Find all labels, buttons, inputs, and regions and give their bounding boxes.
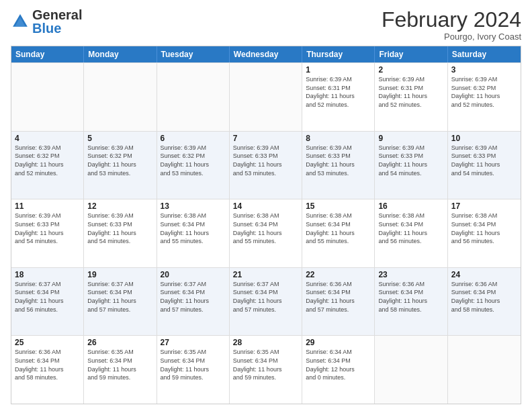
calendar-day-empty-0-1 bbox=[84, 63, 157, 131]
calendar-day-23: 23Sunrise: 6:36 AM Sunset: 6:34 PM Dayli… bbox=[375, 268, 447, 336]
day-info: Sunrise: 6:39 AM Sunset: 6:33 PM Dayligh… bbox=[233, 144, 298, 177]
day-info: Sunrise: 6:37 AM Sunset: 6:34 PM Dayligh… bbox=[233, 280, 298, 314]
day-info: Sunrise: 6:38 AM Sunset: 6:34 PM Dayligh… bbox=[306, 212, 371, 245]
day-info: Sunrise: 6:36 AM Sunset: 6:34 PM Dayligh… bbox=[378, 280, 443, 314]
day-info: Sunrise: 6:38 AM Sunset: 6:34 PM Dayligh… bbox=[378, 212, 443, 245]
day-number: 1 bbox=[306, 65, 371, 75]
day-info: Sunrise: 6:39 AM Sunset: 6:33 PM Dayligh… bbox=[306, 144, 371, 177]
calendar-subtitle: Pourgo, Ivory Coast bbox=[382, 32, 521, 42]
calendar-day-8: 8Sunrise: 6:39 AM Sunset: 6:33 PM Daylig… bbox=[302, 132, 375, 199]
calendar-day-4: 4Sunrise: 6:39 AM Sunset: 6:32 PM Daylig… bbox=[11, 132, 84, 199]
calendar-row-0: 1Sunrise: 6:39 AM Sunset: 6:31 PM Daylig… bbox=[11, 62, 521, 131]
day-info: Sunrise: 6:38 AM Sunset: 6:34 PM Dayligh… bbox=[451, 212, 517, 245]
day-info: Sunrise: 6:39 AM Sunset: 6:32 PM Dayligh… bbox=[161, 144, 226, 177]
day-number: 22 bbox=[306, 270, 371, 279]
day-number: 19 bbox=[87, 270, 152, 279]
day-number: 20 bbox=[161, 270, 226, 279]
day-number: 17 bbox=[451, 201, 517, 211]
calendar-day-24: 24Sunrise: 6:36 AM Sunset: 6:34 PM Dayli… bbox=[448, 268, 521, 336]
day-number: 11 bbox=[15, 201, 80, 211]
calendar-row-1: 4Sunrise: 6:39 AM Sunset: 6:32 PM Daylig… bbox=[11, 131, 521, 199]
day-number: 5 bbox=[87, 134, 152, 143]
day-info: Sunrise: 6:39 AM Sunset: 6:33 PM Dayligh… bbox=[15, 212, 80, 245]
day-info: Sunrise: 6:39 AM Sunset: 6:31 PM Dayligh… bbox=[306, 75, 371, 109]
day-number: 27 bbox=[161, 338, 226, 347]
calendar-day-25: 25Sunrise: 6:36 AM Sunset: 6:34 PM Dayli… bbox=[11, 336, 84, 404]
page-header: General Blue February 2024 Pourgo, Ivory… bbox=[11, 8, 521, 42]
day-number: 23 bbox=[378, 270, 443, 279]
calendar-row-3: 18Sunrise: 6:37 AM Sunset: 6:34 PM Dayli… bbox=[11, 267, 521, 336]
calendar-row-4: 25Sunrise: 6:36 AM Sunset: 6:34 PM Dayli… bbox=[11, 335, 521, 404]
calendar-day-13: 13Sunrise: 6:38 AM Sunset: 6:34 PM Dayli… bbox=[157, 199, 230, 267]
day-number: 10 bbox=[451, 134, 517, 143]
calendar-page: General Blue February 2024 Pourgo, Ivory… bbox=[0, 0, 532, 411]
calendar-day-empty-4-6 bbox=[448, 336, 521, 404]
calendar-day-16: 16Sunrise: 6:38 AM Sunset: 6:34 PM Dayli… bbox=[375, 199, 447, 267]
day-info: Sunrise: 6:34 AM Sunset: 6:34 PM Dayligh… bbox=[306, 348, 371, 381]
day-number: 21 bbox=[233, 270, 298, 279]
day-info: Sunrise: 6:38 AM Sunset: 6:34 PM Dayligh… bbox=[161, 212, 226, 245]
calendar-day-empty-4-5 bbox=[375, 336, 447, 404]
calendar-day-11: 11Sunrise: 6:39 AM Sunset: 6:33 PM Dayli… bbox=[11, 199, 84, 267]
day-number: 7 bbox=[233, 134, 298, 143]
calendar-day-26: 26Sunrise: 6:35 AM Sunset: 6:34 PM Dayli… bbox=[84, 336, 157, 404]
weekday-header-friday: Friday bbox=[375, 46, 447, 62]
calendar-day-18: 18Sunrise: 6:37 AM Sunset: 6:34 PM Dayli… bbox=[11, 268, 84, 336]
day-number: 15 bbox=[306, 201, 371, 211]
day-number: 3 bbox=[451, 65, 517, 75]
day-number: 4 bbox=[15, 134, 80, 143]
calendar-day-10: 10Sunrise: 6:39 AM Sunset: 6:33 PM Dayli… bbox=[448, 132, 521, 199]
day-info: Sunrise: 6:39 AM Sunset: 6:33 PM Dayligh… bbox=[451, 144, 517, 177]
calendar-day-6: 6Sunrise: 6:39 AM Sunset: 6:32 PM Daylig… bbox=[157, 132, 230, 199]
calendar-day-7: 7Sunrise: 6:39 AM Sunset: 6:33 PM Daylig… bbox=[230, 132, 302, 199]
weekday-header-sunday: Sunday bbox=[11, 46, 84, 62]
day-number: 12 bbox=[87, 201, 152, 211]
calendar-day-17: 17Sunrise: 6:38 AM Sunset: 6:34 PM Dayli… bbox=[448, 199, 521, 267]
calendar-day-12: 12Sunrise: 6:39 AM Sunset: 6:33 PM Dayli… bbox=[84, 199, 157, 267]
day-number: 2 bbox=[378, 65, 443, 75]
calendar-day-9: 9Sunrise: 6:39 AM Sunset: 6:33 PM Daylig… bbox=[375, 132, 447, 199]
day-number: 13 bbox=[161, 201, 226, 211]
weekday-header-monday: Monday bbox=[84, 46, 157, 62]
day-info: Sunrise: 6:39 AM Sunset: 6:33 PM Dayligh… bbox=[87, 212, 152, 245]
day-number: 14 bbox=[233, 201, 298, 211]
logo-blue: Blue bbox=[32, 21, 61, 36]
calendar-day-28: 28Sunrise: 6:35 AM Sunset: 6:34 PM Dayli… bbox=[230, 336, 302, 404]
day-info: Sunrise: 6:37 AM Sunset: 6:34 PM Dayligh… bbox=[87, 280, 152, 314]
calendar-day-3: 3Sunrise: 6:39 AM Sunset: 6:32 PM Daylig… bbox=[448, 63, 521, 131]
calendar-day-5: 5Sunrise: 6:39 AM Sunset: 6:32 PM Daylig… bbox=[84, 132, 157, 199]
calendar-day-29: 29Sunrise: 6:34 AM Sunset: 6:34 PM Dayli… bbox=[302, 336, 375, 404]
day-number: 29 bbox=[306, 338, 371, 347]
calendar-grid: SundayMondayTuesdayWednesdayThursdayFrid… bbox=[11, 46, 521, 404]
day-number: 28 bbox=[233, 338, 298, 347]
logo-icon bbox=[11, 12, 30, 31]
title-area: February 2024 Pourgo, Ivory Coast bbox=[382, 8, 521, 42]
weekday-header-thursday: Thursday bbox=[302, 46, 375, 62]
calendar-title: February 2024 bbox=[382, 8, 521, 32]
day-info: Sunrise: 6:36 AM Sunset: 6:34 PM Dayligh… bbox=[451, 280, 517, 314]
calendar-day-empty-0-2 bbox=[157, 63, 230, 131]
day-info: Sunrise: 6:39 AM Sunset: 6:32 PM Dayligh… bbox=[87, 144, 152, 177]
calendar-day-2: 2Sunrise: 6:39 AM Sunset: 6:31 PM Daylig… bbox=[375, 63, 447, 131]
weekday-header-wednesday: Wednesday bbox=[230, 46, 302, 62]
calendar-body: 1Sunrise: 6:39 AM Sunset: 6:31 PM Daylig… bbox=[11, 62, 521, 404]
day-number: 18 bbox=[15, 270, 80, 279]
calendar-row-2: 11Sunrise: 6:39 AM Sunset: 6:33 PM Dayli… bbox=[11, 199, 521, 267]
day-info: Sunrise: 6:35 AM Sunset: 6:34 PM Dayligh… bbox=[87, 348, 152, 381]
day-info: Sunrise: 6:39 AM Sunset: 6:33 PM Dayligh… bbox=[378, 144, 443, 177]
day-number: 24 bbox=[451, 270, 517, 279]
calendar-day-empty-0-0 bbox=[11, 63, 84, 131]
day-info: Sunrise: 6:37 AM Sunset: 6:34 PM Dayligh… bbox=[15, 280, 80, 314]
day-info: Sunrise: 6:39 AM Sunset: 6:32 PM Dayligh… bbox=[451, 75, 517, 109]
day-info: Sunrise: 6:39 AM Sunset: 6:31 PM Dayligh… bbox=[378, 75, 443, 109]
day-number: 8 bbox=[306, 134, 371, 143]
logo-text: General Blue bbox=[32, 8, 82, 35]
day-info: Sunrise: 6:36 AM Sunset: 6:34 PM Dayligh… bbox=[15, 348, 80, 381]
logo: General Blue bbox=[11, 8, 82, 35]
day-info: Sunrise: 6:35 AM Sunset: 6:34 PM Dayligh… bbox=[233, 348, 298, 381]
day-info: Sunrise: 6:35 AM Sunset: 6:34 PM Dayligh… bbox=[161, 348, 226, 381]
calendar-day-15: 15Sunrise: 6:38 AM Sunset: 6:34 PM Dayli… bbox=[302, 199, 375, 267]
calendar-day-27: 27Sunrise: 6:35 AM Sunset: 6:34 PM Dayli… bbox=[157, 336, 230, 404]
calendar-day-21: 21Sunrise: 6:37 AM Sunset: 6:34 PM Dayli… bbox=[230, 268, 302, 336]
day-info: Sunrise: 6:38 AM Sunset: 6:34 PM Dayligh… bbox=[233, 212, 298, 245]
